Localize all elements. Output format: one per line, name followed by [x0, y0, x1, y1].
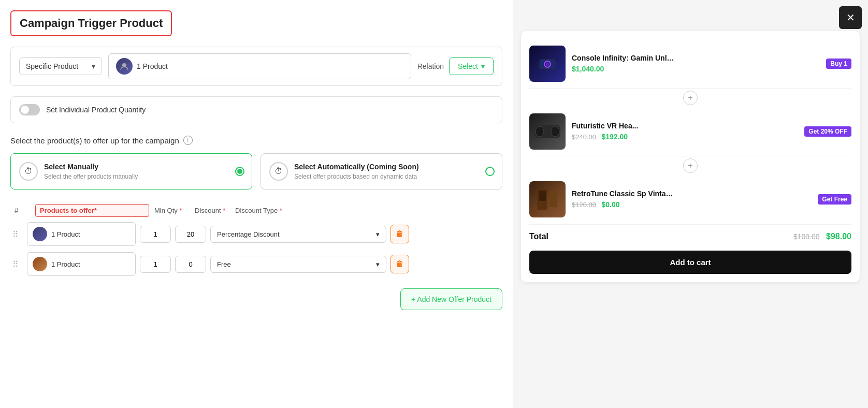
select-button[interactable]: Select ▾	[449, 57, 494, 75]
svg-rect-9	[549, 192, 557, 207]
table-header: # Products to offer* Min Qty * Discount …	[10, 204, 502, 217]
delete-row-2[interactable]: 🗑	[390, 255, 409, 273]
left-panel: Campaign Trigger Product Specific Produc…	[0, 0, 513, 408]
manual-selection-card[interactable]: ⏱ Select Manually Select the offer produ…	[10, 153, 252, 190]
total-label: Total	[529, 232, 548, 241]
relation-group: Relation Select ▾	[417, 57, 494, 75]
product-select-2[interactable]: 1 Product	[27, 252, 136, 276]
auto-card-title: Select Automatically (Coming Soon)	[294, 163, 419, 171]
plus-connector-2: +	[529, 156, 851, 175]
add-to-cart-button[interactable]: Add to cart	[529, 251, 851, 274]
product-1-name: Console Infinity: Gamin Unleashed	[572, 54, 675, 62]
product-count-label: 1 Product	[137, 62, 168, 70]
trash-icon: 🗑	[396, 229, 404, 239]
chevron-down-icon: ▾	[481, 62, 485, 70]
auto-card-desc: Select offer products based on dynamic d…	[294, 173, 419, 180]
chevron-down-icon: ▾	[376, 260, 380, 268]
total-price-new: $98.00	[826, 232, 851, 241]
clock-icon-2: ⏱	[269, 162, 288, 181]
auto-radio[interactable]	[485, 167, 495, 176]
cart-product-1: Console Infinity: Gamin Unleashed $1,040…	[529, 39, 851, 89]
individual-quantity-toggle[interactable]	[19, 104, 40, 115]
trash-icon: 🗑	[396, 259, 404, 269]
svg-point-3	[546, 63, 549, 66]
toggle-row: Set Individual Product Quantity	[10, 96, 502, 123]
top-row: Specific Product ▾ 1 Product Relation Se…	[10, 47, 502, 86]
product-select-1[interactable]: 1 Product	[27, 222, 136, 246]
col-hash: #	[15, 207, 35, 214]
product-2-price-new: $192.00	[601, 133, 628, 141]
product-3-price-new: $0.00	[601, 200, 619, 209]
campaign-title-box: Campaign Trigger Product	[10, 10, 172, 36]
manual-radio[interactable]	[235, 167, 244, 176]
info-icon[interactable]: i	[183, 136, 193, 145]
col-discount: Discount *	[195, 207, 231, 214]
right-panel: ✕ Console Infinity: Gamin Unleashed $1,0…	[513, 0, 868, 408]
retro-product-image	[529, 181, 566, 217]
table-row: ⠿ 1 Product Percentage Discount ▾ 🗑	[10, 222, 502, 246]
product-avatar	[116, 58, 133, 75]
plus-icon: +	[683, 91, 698, 105]
product-chip[interactable]: 1 Product	[108, 53, 411, 79]
svg-point-5	[536, 126, 544, 137]
discount-input-2[interactable]	[175, 256, 206, 273]
product-label-2: 1 Product	[51, 260, 80, 268]
svg-point-6	[551, 126, 559, 137]
mini-avatar-1	[33, 227, 47, 241]
manual-card-desc: Select the offer products manually	[44, 173, 138, 180]
min-qty-input-1[interactable]	[140, 226, 171, 243]
table-row: ⠿ 1 Product Free ▾ 🗑	[10, 252, 502, 276]
campaign-title: Campaign Trigger Product	[20, 17, 163, 30]
product-2-name: Futuristic VR Hea...	[572, 122, 675, 130]
min-qty-input-2[interactable]	[140, 256, 171, 273]
delete-row-1[interactable]: 🗑	[390, 225, 409, 243]
chevron-down-icon: ▾	[92, 62, 95, 70]
clock-icon: ⏱	[19, 162, 38, 181]
close-button[interactable]: ✕	[839, 6, 862, 29]
product-3-price-old: $120.00	[572, 201, 596, 209]
auto-selection-card[interactable]: ⏱ Select Automatically (Coming Soon) Sel…	[261, 153, 502, 190]
svg-rect-8	[539, 191, 546, 201]
col-minqty: Min Qty *	[154, 207, 191, 214]
product-3-badge: Get Free	[818, 194, 851, 205]
toggle-label: Set Individual Product Quantity	[46, 106, 146, 114]
drag-handle[interactable]: ⠿	[12, 259, 23, 269]
offer-section-title: Select the product(s) to offer up for th…	[10, 136, 502, 145]
specific-product-label: Specific Product	[26, 62, 78, 70]
plus-connector: +	[529, 89, 851, 107]
total-price-old: $100.00	[793, 232, 820, 241]
product-3-name: RetroTune Classic Sp Vintage Charm	[572, 190, 675, 198]
product-1-price: $1,040.00	[572, 65, 604, 73]
discount-type-select-1[interactable]: Percentage Discount ▾	[210, 226, 386, 243]
relation-label: Relation	[417, 62, 444, 70]
mini-avatar-2	[33, 257, 47, 271]
selection-cards: ⏱ Select Manually Select the offer produ…	[10, 153, 502, 190]
console-product-image	[529, 46, 566, 82]
cart-panel: Console Infinity: Gamin Unleashed $1,040…	[521, 31, 860, 282]
product-2-price-old: $240.00	[572, 133, 596, 141]
plus-icon-2: +	[683, 158, 698, 173]
chevron-down-icon: ▾	[376, 230, 380, 238]
product-label-1: 1 Product	[51, 230, 80, 238]
product-2-badge: Get 20% OFF	[804, 126, 851, 137]
vr-product-image	[529, 113, 566, 150]
cart-product-3: RetroTune Classic Sp Vintage Charm $120.…	[529, 175, 851, 224]
cart-product-2: Futuristic VR Hea... $240.00 $192.00 Get…	[529, 107, 851, 156]
drag-handle[interactable]: ⠿	[12, 229, 23, 239]
discount-type-select-2[interactable]: Free ▾	[210, 256, 386, 273]
discount-input-1[interactable]	[175, 226, 206, 243]
add-new-offer-product-button[interactable]: + Add New Offer Product	[400, 288, 502, 310]
manual-card-title: Select Manually	[44, 163, 138, 171]
product-1-badge: Buy 1	[826, 59, 851, 69]
col-disctype: Discount Type *	[235, 207, 365, 214]
specific-product-dropdown[interactable]: Specific Product ▾	[19, 57, 102, 75]
col-products: Products to offer*	[35, 204, 149, 217]
total-row: Total $100.00 $98.00	[529, 224, 851, 246]
